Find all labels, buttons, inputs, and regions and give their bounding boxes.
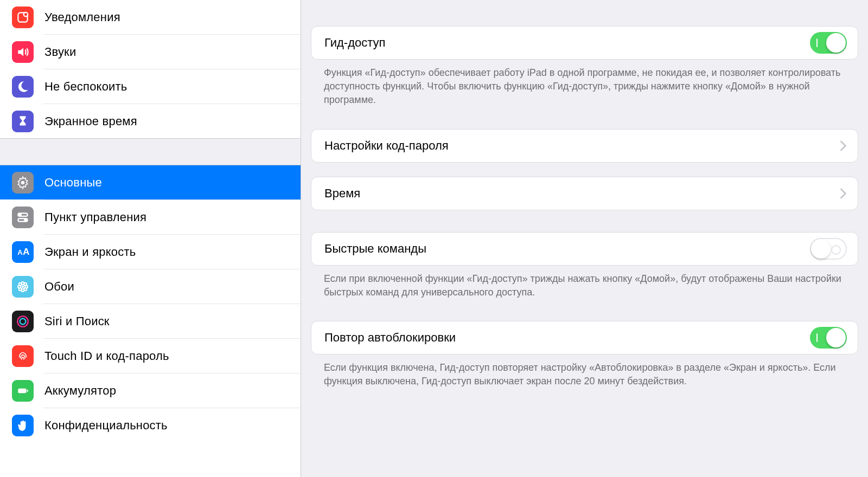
- aa-icon: AA: [12, 241, 34, 263]
- sidebar-group-1: Уведомления Звуки Не беспокоить Экранное…: [0, 0, 301, 138]
- sidebar-item-notifications[interactable]: Уведомления: [0, 0, 301, 34]
- svg-point-18: [17, 316, 28, 327]
- chevron-right-icon: [839, 140, 847, 152]
- fingerprint-icon: [12, 345, 34, 367]
- row-title: Настройки код-пароля: [324, 139, 449, 153]
- row-title: Быстрые команды: [324, 242, 426, 256]
- footer-autolock-mirror: Если функция включена, Гид-доступ повтор…: [311, 354, 858, 388]
- sidebar-item-display[interactable]: AA Экран и яркость: [0, 235, 301, 269]
- chevron-right-icon: [839, 188, 847, 199]
- row-title: Повтор автоблокировки: [324, 331, 456, 345]
- sidebar-spacer: [0, 138, 301, 165]
- battery-icon: [12, 380, 34, 402]
- sidebar-item-battery[interactable]: Аккумулятор: [0, 373, 301, 408]
- sidebar-item-wallpaper[interactable]: Обои: [0, 269, 301, 304]
- sidebar-item-label: Touch ID и код-пароль: [44, 349, 169, 363]
- sidebar-item-screentime[interactable]: Экранное время: [0, 104, 301, 138]
- sidebar-group-2: Основные Пункт управления AA Экран и ярк…: [0, 165, 301, 442]
- svg-point-15: [24, 282, 27, 285]
- gear-icon: [12, 172, 34, 194]
- sidebar-item-sounds[interactable]: Звуки: [0, 35, 301, 69]
- flower-icon: [12, 276, 34, 298]
- hand-icon: [12, 415, 34, 436]
- sidebar-item-label: Обои: [44, 280, 74, 294]
- svg-rect-21: [27, 389, 28, 391]
- sidebar-item-label: Аккумулятор: [44, 384, 116, 398]
- settings-sidebar: Уведомления Звуки Не беспокоить Экранное…: [0, 0, 301, 477]
- sidebar-item-label: Конфиденциальность: [44, 418, 168, 433]
- row-autolock-mirror: Повтор автоблокировки: [311, 321, 858, 354]
- row-time[interactable]: Время: [311, 177, 858, 210]
- svg-point-14: [19, 282, 22, 285]
- svg-text:A: A: [17, 248, 23, 256]
- sidebar-item-controlcenter[interactable]: Пункт управления: [0, 200, 301, 234]
- sidebar-item-general[interactable]: Основные: [0, 165, 301, 199]
- svg-point-19: [20, 318, 26, 324]
- row-title: Время: [324, 186, 360, 201]
- switches-icon: [12, 207, 34, 228]
- sidebar-item-dnd[interactable]: Не беспокоить: [0, 69, 301, 104]
- svg-point-16: [19, 288, 22, 291]
- moon-icon: [12, 76, 34, 98]
- row-shortcuts: Быстрые команды: [311, 232, 858, 266]
- sidebar-item-privacy[interactable]: Конфиденциальность: [0, 408, 301, 442]
- svg-point-2: [21, 181, 25, 184]
- svg-point-9: [22, 285, 24, 287]
- hourglass-icon: [12, 111, 34, 132]
- sidebar-item-label: Экранное время: [44, 114, 137, 128]
- svg-point-4: [19, 214, 21, 215]
- svg-point-1: [24, 12, 28, 16]
- toggle-autolock-mirror[interactable]: [810, 327, 847, 349]
- sidebar-item-label: Пункт управления: [44, 210, 146, 224]
- footer-guided-access: Функция «Гид-доступ» обеспечивает работу…: [311, 60, 858, 107]
- svg-point-17: [24, 288, 27, 291]
- sidebar-item-siri[interactable]: Siri и Поиск: [0, 304, 301, 338]
- toggle-guided-access[interactable]: [810, 32, 847, 54]
- notifications-icon: [12, 7, 34, 28]
- footer-shortcuts: Если при включенной функции «Гид-доступ»…: [311, 266, 858, 299]
- sidebar-item-label: Звуки: [44, 45, 76, 59]
- sidebar-item-label: Экран и яркость: [44, 245, 136, 259]
- sidebar-item-label: Не беспокоить: [44, 80, 127, 94]
- svg-text:A: A: [23, 246, 30, 257]
- svg-point-6: [24, 219, 26, 221]
- settings-content: Гид-доступ Функция «Гид-доступ» обеспечи…: [301, 0, 868, 477]
- sounds-icon: [12, 41, 34, 63]
- sidebar-item-label: Siri и Поиск: [44, 314, 110, 328]
- siri-icon: [12, 311, 34, 332]
- sidebar-item-label: Уведомления: [44, 10, 120, 24]
- row-guided-access: Гид-доступ: [311, 26, 858, 60]
- sidebar-item-touchid[interactable]: Touch ID и код-пароль: [0, 339, 301, 373]
- svg-rect-20: [18, 388, 26, 393]
- row-title: Гид-доступ: [324, 36, 385, 50]
- sidebar-item-label: Основные: [44, 176, 102, 190]
- row-passcode-settings[interactable]: Настройки код-пароля: [311, 129, 858, 163]
- toggle-shortcuts[interactable]: [810, 238, 847, 260]
